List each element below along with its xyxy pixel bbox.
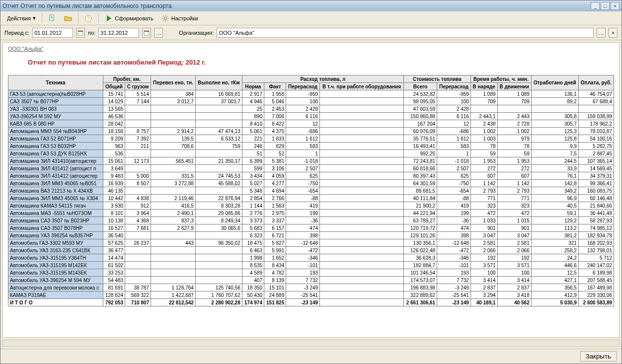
report-table: Техника Пробег, км. Перевез ено, тн. Вып… <box>8 75 614 306</box>
table-row: Автомашина УАЗ 396254 №В357НР36 5406 323… <box>8 232 614 239</box>
table-row: ГАЗ 53 (автоцистерна)№В028НР15 7415 5143… <box>8 90 614 98</box>
table-row: Автомобиль ГАЗ-3302 М593 МУ57 62526 2374… <box>8 239 614 247</box>
help-icon: ? <box>84 14 92 22</box>
date-to-calendar[interactable] <box>142 28 151 38</box>
table-row: Автомашина ММЗ 554 №В043НР18 1588 7572 9… <box>8 128 614 135</box>
table-row: Автомашина ВАЗ 21213 № Х 434ХВ46 1355 34… <box>8 187 614 195</box>
chevron-down-icon: ▾ <box>33 15 36 21</box>
period-picker-button[interactable]: … <box>154 28 163 38</box>
actions-menu[interactable]: Действия ▾ <box>3 13 39 24</box>
help-button[interactable]: ? <box>81 13 96 24</box>
report-title: Отчет по путевым листам автомобилей Пери… <box>28 59 614 66</box>
table-row: Автомашина ЗИЛ 431410(автоцистер15 06112… <box>8 157 614 165</box>
table-row: Автомашина ЗИЛ 431412 (автоцистер9 4835 … <box>8 172 614 180</box>
table-row: Автомашина ЗИЛ ММЗ 45065 №В05116 9398 50… <box>8 180 614 187</box>
table-row: Автоцистерна для перевозки молока с81 69… <box>8 284 614 291</box>
table-row: Автомобиль УАЗ 3163-235 С641ВК36 4776 46… <box>8 247 614 254</box>
svg-rect-7 <box>144 31 149 32</box>
open-icon-button[interactable] <box>61 13 76 24</box>
window-title: Отчет Отчет по путевым листам автомобиль… <box>2 2 590 9</box>
table-row: Автомашина ЗИЛ 431412 (автоцист п3 64959… <box>8 165 614 172</box>
gear-icon <box>161 14 169 22</box>
svg-text:?: ? <box>87 16 90 21</box>
table-row: Автомобиль УАЗ-315195 М143ЕК33 2534 5894… <box>8 269 614 277</box>
form-button[interactable]: Сформировать <box>101 13 157 24</box>
org-label: Организация: <box>179 30 213 36</box>
table-row: САЗ 3507 № В077НР14 0297 1443 012,737 00… <box>8 98 614 105</box>
settings-button[interactable]: Настройки <box>158 13 202 24</box>
doc-icon-button[interactable] <box>45 13 60 24</box>
report-area: ООО "Альфа" Отчет по путевым листам авто… <box>2 42 620 338</box>
period-label: Период с: <box>4 30 29 36</box>
close-button[interactable]: Закрыть <box>580 351 617 362</box>
total-row: И Т О Г О792 053710 80722 812,5422 280 9… <box>8 299 614 306</box>
table-row: Автомашина САЗ 3507 В078НР16 5277 6812 6… <box>8 224 614 232</box>
folder-icon <box>64 14 72 22</box>
table-row: Автомобиль УАЗ-315195 У364ТН14 4741 9981… <box>8 254 614 262</box>
date-to-input[interactable]: 31.12.2012 <box>98 28 139 38</box>
calendar-icon <box>144 30 150 36</box>
table-row: Автомашина КАМАЗ 54115 тягач3 930912416,… <box>8 202 614 210</box>
calendar-icon <box>78 30 83 36</box>
date-from-input[interactable]: 01.01.2012 <box>32 28 73 38</box>
svg-rect-5 <box>78 31 83 32</box>
date-from-calendar[interactable] <box>76 28 85 38</box>
table-row: Автомашина САЗ 3507 № В023НР10 1384 3688… <box>8 217 614 224</box>
org-select-button[interactable]: … <box>597 28 606 38</box>
svg-point-3 <box>164 17 167 20</box>
table-row: Автомашина ГАЗ 53 ДУК В125НХ53651521992,… <box>8 150 614 157</box>
play-icon <box>105 14 113 22</box>
title-bar: Отчет Отчет по путевым листам автомобиль… <box>0 0 622 11</box>
horizontal-scrollbar[interactable] <box>2 340 620 347</box>
table-row: КАВЗ 685 В 080 НР28 0428 4108 42212167 2… <box>8 120 614 128</box>
org-link[interactable]: ООО "Альфа" <box>8 46 43 52</box>
table-row: Автомашина ГАЗ 53 В032НР963211708,675924… <box>8 143 614 150</box>
table-row: Автомобиль УАЗ-315195 М142ЕК61 5028 5358… <box>8 262 614 269</box>
table-row: Автомобиль УАЗ-396254 М 594 МУ54 4834078… <box>8 277 614 284</box>
maximize-button[interactable]: □ <box>601 2 610 10</box>
table-row: УАЗ -330301 ВН 08313 565252 4532 42847 6… <box>8 105 614 113</box>
table-row: УАЗ-396254 М 592 МУ46 5368907 0066 11615… <box>8 113 614 120</box>
document-icon <box>48 14 56 22</box>
org-input[interactable]: ООО "Альфа" <box>217 28 594 38</box>
to-label: по: <box>88 30 95 36</box>
footer: Закрыть <box>0 349 622 364</box>
toolbar: Действия ▾ ? Сформировать Настройки <box>0 11 622 25</box>
close-window-button[interactable]: × <box>611 2 620 10</box>
minimize-button[interactable]: _ <box>591 2 600 10</box>
table-row: Автомашина ЗИЛ ММЗ 45065 № Х30410 4424 8… <box>8 195 614 202</box>
parameters-bar: Период с: 01.01.2012 по: 31.12.2012 … Ор… <box>0 25 622 40</box>
org-clear-button[interactable]: × <box>609 28 618 38</box>
table-row: Автомашина МАЗ -5551 №Н073ОМ8 1013 9642 … <box>8 210 614 217</box>
table-row: Автомашина ГАЗ 52 В071НР9 2097 392139,56… <box>8 135 614 143</box>
table-row: КАМАЗ Р319АЕ128 824569 3221 422,6871 760… <box>8 291 614 299</box>
